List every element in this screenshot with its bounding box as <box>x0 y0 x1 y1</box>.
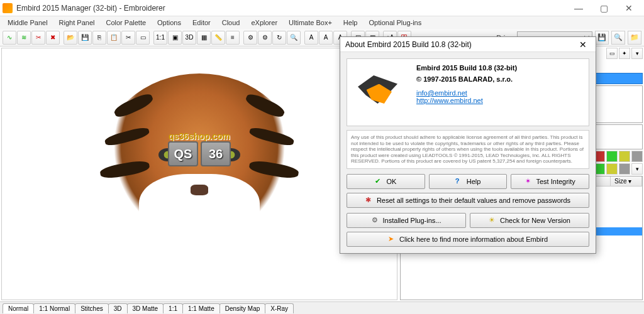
tool-wave[interactable]: ≋ <box>17 31 31 45</box>
menu-middle-panel[interactable]: Middle Panel <box>3 18 53 28</box>
view-tab-1-1-normal[interactable]: 1:1 Normal <box>33 303 75 313</box>
view-tab-3d-matte[interactable]: 3D Matte <box>127 303 164 313</box>
tool-text-a[interactable]: A <box>304 31 318 45</box>
nav-more-icon[interactable]: ▾ <box>631 163 643 175</box>
tool-copy[interactable]: ⎘ <box>92 31 106 45</box>
color2-yellow[interactable] <box>606 163 618 175</box>
panel-cam-icon[interactable]: ✦ <box>619 48 630 59</box>
maximize-button[interactable]: ▢ <box>591 1 616 16</box>
titlebar: Embird 2015 Manager (32-bit) - Embroider… <box>0 0 644 16</box>
menu-help[interactable]: Help <box>338 18 363 28</box>
color-yellow[interactable] <box>619 151 630 162</box>
menubar: Middle PanelRight PanelColor PaletteOpti… <box>0 16 644 29</box>
embroidery-preview <box>86 67 313 281</box>
window-title: Embird 2015 Manager (32-bit) - Embroider… <box>16 4 566 13</box>
menu-optional-plug-ins[interactable]: Optional Plug-ins <box>364 18 426 28</box>
drive-search-icon[interactable]: 🔍 <box>611 31 625 45</box>
about-email-link[interactable]: info@embird.net <box>416 89 584 97</box>
tool-cut-red[interactable]: ✂ <box>31 31 45 45</box>
menu-editor[interactable]: Editor <box>187 18 216 28</box>
about-product: Embird 2015 Build 10.8 (32-bit) <box>416 64 584 72</box>
drive-folder-icon[interactable]: 📁 <box>628 31 641 45</box>
menu-ultimate-box-[interactable]: Ultimate Box+ <box>284 18 337 28</box>
about-title: About Embird 2015 Build 10.8 (32-bit) <box>345 40 575 49</box>
reset-icon <box>365 196 374 205</box>
tool-refresh[interactable]: ↻ <box>272 31 286 45</box>
tool-paste[interactable]: 📋 <box>107 31 121 45</box>
tool-save[interactable]: 💾 <box>78 31 92 45</box>
col-size[interactable]: Size ▾ <box>611 176 642 186</box>
sun-icon <box>489 216 497 225</box>
view-tab-x-ray[interactable]: X-Ray <box>265 303 294 313</box>
about-copyright: © 1997-2015 BALARAD, s.r.o. <box>416 75 584 83</box>
view-tab-density-map[interactable]: Density Map <box>219 303 266 313</box>
color-green[interactable] <box>606 151 618 162</box>
check-icon <box>375 177 384 186</box>
menu-explorer[interactable]: eXplorer <box>246 18 282 28</box>
tool-ratio[interactable]: 1:1 <box>153 31 167 45</box>
menu-color-palette[interactable]: Color Palette <box>101 18 151 28</box>
tool-3d[interactable]: 3D <box>182 31 196 45</box>
drive-save-icon[interactable]: 💾 <box>595 31 609 45</box>
about-website-link[interactable]: http://www.embird.net <box>416 97 584 104</box>
tool-screen[interactable]: ▣ <box>168 31 182 45</box>
view-tab-1-1-matte[interactable]: 1:1 Matte <box>182 303 220 313</box>
color2-gray[interactable] <box>619 163 630 175</box>
minimize-button[interactable]: ― <box>566 1 591 16</box>
close-button[interactable]: ✕ <box>616 1 641 16</box>
app-icon <box>3 3 13 13</box>
tool-grid[interactable]: ▦ <box>197 31 211 45</box>
tool-cut[interactable]: ✂ <box>121 31 135 45</box>
tool-text-b[interactable]: A <box>319 31 333 45</box>
menu-right-panel[interactable]: Right Panel <box>54 18 100 28</box>
star-icon <box>525 177 534 186</box>
help-button[interactable]: Help <box>429 174 508 189</box>
panel-menu-icon[interactable]: ▾ <box>631 48 643 59</box>
view-tab-stitches[interactable]: Stitches <box>75 303 109 313</box>
more-info-button[interactable]: Click here to find more information abou… <box>347 232 589 247</box>
help-icon <box>455 177 464 186</box>
tool-gear1[interactable]: ⚙ <box>243 31 257 45</box>
about-dialog: About Embird 2015 Build 10.8 (32-bit) ✕ … <box>340 36 596 254</box>
panel-doc-icon[interactable]: ▭ <box>606 48 618 59</box>
view-tab-normal[interactable]: Normal <box>3 303 34 313</box>
menu-cloud[interactable]: Cloud <box>217 18 245 28</box>
tool-open[interactable]: 📂 <box>64 31 77 45</box>
color-gray[interactable] <box>631 151 643 162</box>
view-tab-1-1[interactable]: 1:1 <box>163 303 183 313</box>
view-tab-3d[interactable]: 3D <box>108 303 128 313</box>
tool-clip[interactable]: ▭ <box>136 31 150 45</box>
tool-align[interactable]: ≡ <box>226 31 240 45</box>
view-tabs: Normal1:1 NormalStitches3D3D Matte1:11:1… <box>0 301 644 314</box>
about-close-icon[interactable]: ✕ <box>575 40 591 50</box>
installed-plugins-button[interactable]: Installed Plug-ins... <box>347 213 466 228</box>
tool-search[interactable]: 🔍 <box>287 31 301 45</box>
test-integrity-button[interactable]: Test Integrity <box>511 174 589 189</box>
tool-mark[interactable]: ✖ <box>46 31 60 45</box>
bird-icon <box>388 235 397 244</box>
tool-zigzag[interactable]: ∿ <box>3 31 16 45</box>
ok-button[interactable]: OK <box>347 174 425 189</box>
reset-settings-button[interactable]: Reset all settings to their default valu… <box>347 193 589 208</box>
menu-options[interactable]: Options <box>152 18 186 28</box>
tool-gear2[interactable]: ⚙ <box>258 31 272 45</box>
hummingbird-icon <box>352 64 409 121</box>
about-legal-text: Any use of this product should adhere to… <box>347 130 589 169</box>
design-canvas[interactable]: qs36shop.com QS 36 <box>1 48 397 300</box>
watermark: qs36shop.com QS 36 <box>168 131 231 166</box>
check-version-button[interactable]: Check for New Version <box>470 213 589 228</box>
tool-ruler[interactable]: 📏 <box>211 31 225 45</box>
plugin-icon <box>372 216 380 225</box>
